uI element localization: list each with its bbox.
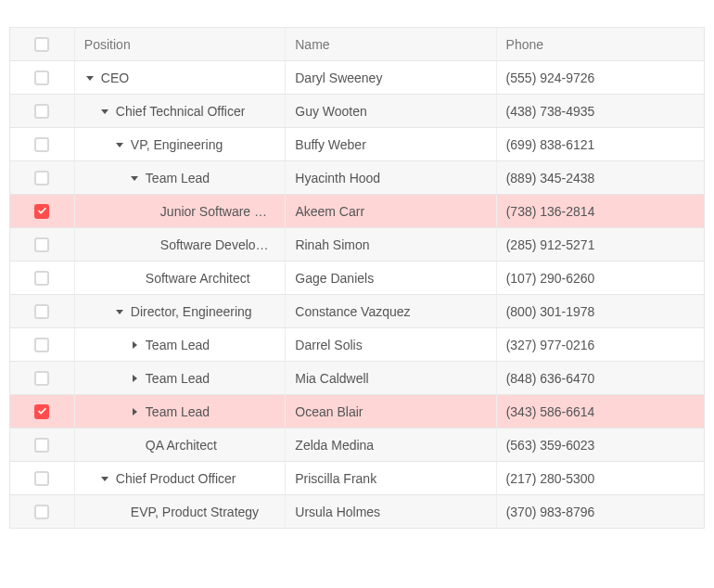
phone-cell: (327) 977-0216	[497, 328, 704, 361]
table-row[interactable]: Software Develo…Rinah Simon(285) 912-527…	[10, 227, 704, 261]
table-header-row: Position Name Phone	[10, 27, 704, 60]
phone-text: (848) 636-6470	[506, 371, 595, 386]
table-row[interactable]: Chief Product OfficerPriscilla Frank(217…	[10, 461, 704, 494]
position-text: Team Lead	[146, 371, 210, 386]
row-checkbox[interactable]	[34, 137, 49, 152]
table-row[interactable]: Chief Technical OfficerGuy Wooten(438) 7…	[10, 94, 704, 127]
expand-icon-expanded[interactable]	[129, 174, 140, 182]
name-text: Constance Vazquez	[295, 304, 410, 319]
name-cell: Guy Wooten	[286, 95, 496, 127]
row-checkbox-cell	[10, 228, 75, 261]
table-row[interactable]: Team LeadOcean Blair(343) 586-6614	[10, 394, 704, 428]
phone-cell: (563) 359-6023	[497, 428, 704, 461]
expand-icon-expanded[interactable]	[84, 74, 96, 82]
position-cell: Team Lead	[75, 161, 286, 194]
table-row[interactable]: QA ArchitectZelda Medina(563) 359-6023	[10, 428, 704, 461]
row-checkbox-cell	[10, 495, 75, 528]
header-position[interactable]: Position	[75, 28, 286, 60]
row-checkbox[interactable]	[34, 505, 49, 519]
row-checkbox-cell	[10, 462, 75, 494]
table-row[interactable]: EVP, Product StrategyUrsula Holmes(370) …	[10, 494, 704, 528]
name-text: Daryl Sweeney	[295, 70, 382, 85]
name-cell: Buffy Weber	[286, 128, 496, 160]
header-name[interactable]: Name	[286, 28, 496, 60]
position-cell: Team Lead	[75, 328, 286, 361]
tree-list: Position Name Phone CEODaryl Sweeney(555…	[9, 27, 705, 529]
position-cell: Director, Engineering	[75, 295, 286, 327]
name-text: Zelda Medina	[295, 438, 374, 453]
name-text: Guy Wooten	[295, 104, 367, 119]
phone-text: (738) 136-2814	[506, 204, 595, 219]
row-checkbox[interactable]	[34, 271, 49, 286]
row-checkbox[interactable]	[34, 171, 49, 185]
expand-icon-collapsed[interactable]	[129, 408, 140, 415]
position-text: Chief Technical Officer	[116, 104, 246, 119]
table-row[interactable]: Team LeadHyacinth Hood(889) 345-2438	[10, 160, 704, 194]
table-row[interactable]: Director, EngineeringConstance Vazquez(8…	[10, 294, 704, 327]
row-checkbox[interactable]	[34, 338, 49, 352]
expand-icon-collapsed[interactable]	[129, 375, 140, 382]
table-row[interactable]: Team LeadMia Caldwell(848) 636-6470	[10, 361, 704, 394]
position-text: VP, Engineering	[131, 137, 223, 152]
position-text: Team Lead	[146, 338, 210, 352]
expand-icon-expanded[interactable]	[99, 108, 110, 115]
table-row[interactable]: Software ArchitectGage Daniels(107) 290-…	[10, 261, 704, 294]
phone-text: (285) 912-5271	[506, 237, 595, 252]
expand-icon-expanded[interactable]	[114, 141, 125, 148]
expand-icon-expanded[interactable]	[99, 475, 110, 482]
phone-text: (699) 838-6121	[506, 137, 595, 152]
position-text: Software Develo…	[160, 237, 269, 252]
position-cell: QA Architect	[75, 428, 286, 461]
position-cell: Junior Software …	[75, 195, 287, 227]
phone-cell: (285) 912-5271	[497, 228, 704, 261]
row-checkbox[interactable]	[34, 237, 49, 252]
phone-text: (343) 586-6614	[506, 404, 595, 419]
phone-cell: (848) 636-6470	[497, 362, 704, 394]
position-cell: Team Lead	[75, 362, 286, 394]
header-phone[interactable]: Phone	[497, 28, 704, 60]
row-checkbox-cell	[10, 428, 75, 461]
table-row[interactable]: CEODaryl Sweeney(555) 924-9726	[10, 60, 704, 94]
name-text: Mia Caldwell	[295, 371, 368, 386]
row-checkbox-cell	[10, 195, 75, 227]
position-cell: Software Architect	[75, 262, 286, 294]
phone-text: (889) 345-2438	[506, 171, 595, 185]
name-text: Hyacinth Hood	[295, 171, 380, 185]
phone-text: (563) 359-6023	[506, 438, 595, 453]
name-cell: Priscilla Frank	[286, 462, 496, 494]
table-row[interactable]: Junior Software …Akeem Carr(738) 136-281…	[10, 194, 704, 227]
expand-icon-collapsed[interactable]	[129, 341, 140, 349]
name-text: Ocean Blair	[295, 404, 363, 419]
position-cell: EVP, Product Strategy	[75, 495, 286, 528]
row-checkbox[interactable]	[34, 404, 49, 419]
position-cell: VP, Engineering	[75, 128, 286, 160]
phone-cell: (343) 586-6614	[497, 395, 704, 428]
name-cell: Akeem Carr	[286, 195, 496, 227]
row-checkbox[interactable]	[34, 204, 49, 219]
row-checkbox[interactable]	[34, 471, 49, 486]
table-row[interactable]: Team LeadDarrel Solis(327) 977-0216	[10, 327, 704, 361]
position-text: Team Lead	[146, 171, 210, 185]
position-text: Chief Product Officer	[116, 471, 236, 486]
table-row[interactable]: VP, EngineeringBuffy Weber(699) 838-6121	[10, 127, 704, 160]
phone-text: (800) 301-1978	[506, 304, 595, 319]
row-checkbox-cell	[10, 362, 75, 394]
expand-icon-expanded[interactable]	[114, 308, 125, 315]
row-checkbox[interactable]	[34, 70, 49, 85]
name-cell: Zelda Medina	[286, 428, 496, 461]
phone-cell: (889) 345-2438	[497, 161, 704, 194]
row-checkbox[interactable]	[34, 104, 49, 119]
select-all-checkbox[interactable]	[34, 37, 49, 52]
row-checkbox[interactable]	[34, 438, 49, 453]
row-checkbox[interactable]	[34, 304, 49, 319]
phone-cell: (699) 838-6121	[497, 128, 704, 160]
name-text: Buffy Weber	[295, 137, 366, 152]
row-checkbox[interactable]	[34, 371, 49, 386]
row-checkbox-cell	[10, 328, 75, 361]
position-text: CEO	[101, 70, 129, 85]
name-text: Rinah Simon	[295, 237, 369, 252]
row-checkbox-cell	[10, 95, 75, 127]
name-text: Ursula Holmes	[295, 505, 380, 519]
phone-text: (370) 983-8796	[506, 505, 595, 519]
name-cell: Constance Vazquez	[286, 295, 496, 327]
